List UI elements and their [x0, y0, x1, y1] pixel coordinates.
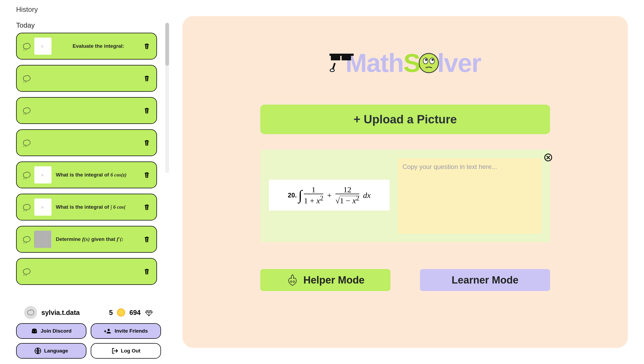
trash-icon[interactable] — [143, 139, 151, 146]
history-item[interactable]: ∫... What is the integral of 6 cos(z) — [16, 161, 157, 188]
history-item-text: Determine f(x) given that f′(: — [56, 236, 152, 242]
join-discord-button[interactable]: Join Discord — [16, 323, 86, 339]
user-row: sylvia.t.data 5 694 — [16, 306, 161, 323]
upload-label: + Upload a Picture — [353, 113, 457, 126]
close-icon[interactable] — [544, 153, 552, 161]
gem-icon — [145, 308, 153, 317]
scrollbar-track[interactable] — [165, 23, 169, 173]
history-title: History — [16, 5, 161, 14]
brain-icon — [21, 267, 32, 276]
logout-button[interactable]: Log Out — [91, 343, 161, 359]
username: sylvia.t.data — [41, 309, 105, 317]
brain-icon — [21, 42, 32, 50]
logo-lver: lver — [437, 48, 481, 78]
trash-icon[interactable] — [143, 107, 151, 114]
logo: Math S lver — [330, 48, 481, 78]
discord-label: Join Discord — [41, 328, 71, 334]
invite-icon — [104, 328, 112, 334]
learner-mode-button[interactable]: Learner Mode — [420, 269, 550, 291]
history-item-text: Evaluate the integral: — [56, 43, 152, 49]
avatar[interactable] — [24, 306, 37, 319]
history-item[interactable] — [16, 129, 157, 156]
svg-point-13 — [293, 281, 295, 282]
svg-point-7 — [423, 58, 428, 64]
history-thumbnail: ∫... — [34, 38, 52, 55]
discord-icon — [31, 328, 38, 334]
logo-math: Math — [346, 48, 404, 78]
svg-point-10 — [431, 59, 434, 61]
language-button[interactable]: Language — [16, 343, 86, 359]
upload-picture-button[interactable]: + Upload a Picture — [260, 105, 550, 134]
svg-point-8 — [425, 59, 427, 61]
language-label: Language — [44, 348, 68, 354]
history-item-text: What is the integral of 6 cos(z) — [56, 172, 152, 178]
history-thumbnail: ∫... — [34, 198, 52, 216]
history-list: ∫... Evaluate the integral: ∫... What is… — [16, 33, 161, 301]
uploaded-problem-image: 20. ∫ 11 + x2 + 12√1 − x2 dx — [269, 180, 390, 211]
svg-point-9 — [430, 58, 434, 64]
logout-icon — [111, 347, 118, 354]
helper-mode-label: Helper Mode — [303, 274, 364, 286]
history-thumbnail — [34, 231, 52, 248]
logout-label: Log Out — [121, 348, 141, 354]
mode-buttons: Helper Mode Learner Mode — [260, 269, 550, 291]
trash-icon[interactable] — [143, 171, 151, 179]
history-thumbnail: ∫... — [34, 166, 52, 183]
sidebar-footer: sylvia.t.data 5 694 Join Discord Invite … — [16, 301, 161, 359]
history-item[interactable] — [16, 258, 157, 285]
sidebar: History Today ∫... Evaluate the integral… — [0, 0, 177, 364]
brain-fire-icon — [286, 274, 299, 286]
scrollbar-thumb[interactable] — [165, 23, 169, 66]
brain-icon — [21, 203, 32, 211]
globe-icon — [34, 347, 41, 354]
brain-icon — [21, 235, 32, 244]
input-area: 20. ∫ 11 + x2 + 12√1 − x2 dx — [260, 150, 550, 242]
history-item[interactable] — [16, 97, 157, 124]
svg-rect-4 — [330, 54, 354, 56]
brain-icon — [21, 171, 32, 179]
trash-icon[interactable] — [143, 236, 151, 243]
history-item-text: What is the integral of ∫ 6 cos( — [56, 204, 152, 210]
today-label: Today — [16, 21, 161, 30]
history-item[interactable]: Determine f(x) given that f′(: — [16, 226, 157, 253]
footer-buttons: Join Discord Invite Friends Language Log… — [16, 323, 161, 359]
logo-face-icon — [418, 52, 440, 74]
history-item[interactable]: ∫... What is the integral of ∫ 6 cos( — [16, 194, 157, 220]
main: Math S lver + Upload a Picture 20. ∫ — [177, 0, 644, 364]
question-text-input[interactable] — [398, 158, 541, 234]
brain-icon — [21, 138, 32, 147]
logo-s: S — [404, 48, 420, 78]
trash-icon[interactable] — [143, 268, 151, 275]
logo-glasses-icon — [330, 48, 354, 72]
trash-icon[interactable] — [143, 203, 151, 211]
gem-count: 694 — [129, 309, 141, 317]
svg-point-5 — [330, 69, 334, 72]
trash-icon[interactable] — [143, 75, 151, 82]
svg-point-6 — [419, 53, 438, 73]
helper-mode-button[interactable]: Helper Mode — [260, 269, 390, 291]
svg-point-12 — [290, 281, 292, 282]
invite-label: Invite Friends — [115, 328, 148, 334]
coin-count: 5 — [109, 309, 113, 317]
invite-friends-button[interactable]: Invite Friends — [91, 323, 161, 339]
svg-point-0 — [108, 329, 110, 331]
brain-icon — [21, 74, 32, 83]
main-card: Math S lver + Upload a Picture 20. ∫ — [182, 16, 628, 348]
trash-icon[interactable] — [143, 42, 151, 50]
learner-mode-label: Learner Mode — [452, 274, 518, 286]
coin-icon — [117, 308, 125, 317]
history-item[interactable]: ∫... Evaluate the integral: — [16, 33, 157, 60]
history-item[interactable] — [16, 65, 157, 92]
brain-icon — [21, 106, 32, 115]
